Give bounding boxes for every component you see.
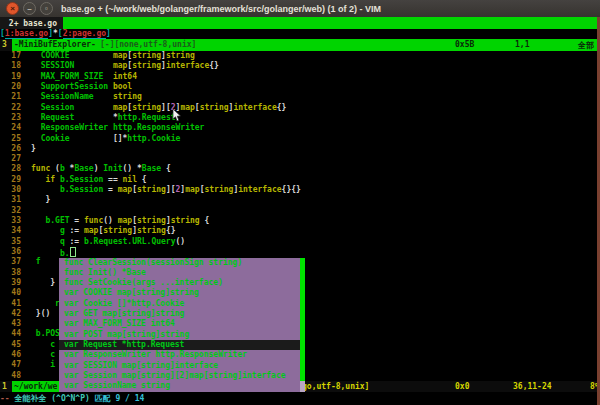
code-text: q := b.Request.URL.Query() xyxy=(31,237,185,247)
line-number: 18 xyxy=(0,61,21,71)
completion-item[interactable]: func ClearSession(sessionSign string) xyxy=(59,258,300,268)
statusline-filepath: ~/work/we xyxy=(14,382,57,391)
completion-item[interactable]: var SessionName string xyxy=(59,381,300,391)
code-line[interactable]: 18 SESSION map[string]interface{} xyxy=(0,61,600,71)
buffer-number: 1 xyxy=(2,382,7,391)
code-line[interactable]: 29 if b.Session == nil { xyxy=(0,175,600,185)
line-number: 30 xyxy=(0,185,21,195)
buffer-number: 3 xyxy=(2,40,7,49)
line-number: 46 xyxy=(0,350,21,360)
line-number: 43 xyxy=(0,319,21,329)
message-line: -- 全能补全 (^O^N^P) 匹配 9 / 14 xyxy=(0,393,600,405)
statusline-hex: 0x0 xyxy=(455,382,469,391)
code-line[interactable]: 19 MAX_FORM_SIZE int64 xyxy=(0,72,600,82)
code-line[interactable]: 25 Cookie []*http.Cookie xyxy=(0,134,600,144)
line-number: 34 xyxy=(0,226,21,236)
line-number: 33 xyxy=(0,216,21,226)
code-text: f xyxy=(31,257,41,267)
mode-dashes: -- xyxy=(0,394,14,403)
code-line[interactable]: 35 q := b.Request.URL.Query() xyxy=(0,237,600,247)
mouse-pointer-icon xyxy=(172,108,181,122)
popup-scrollbar-thumb[interactable] xyxy=(300,258,305,382)
line-number: 48 xyxy=(0,371,21,381)
line-number: 25 xyxy=(0,134,21,144)
buffer-tab-base[interactable]: [1:base.go]* xyxy=(0,29,58,39)
code-line[interactable]: 26} xyxy=(0,144,600,154)
line-number: 31 xyxy=(0,195,21,205)
code-text: }() xyxy=(31,309,50,319)
code-line[interactable]: 32 xyxy=(0,206,600,216)
code-text: } xyxy=(31,278,55,288)
code-line[interactable]: 20 SupportSession bool xyxy=(0,82,600,92)
code-text: r xyxy=(31,299,60,309)
line-number: 23 xyxy=(0,113,21,123)
code-line[interactable]: 31 } xyxy=(0,195,600,205)
code-text: Session map[string][2]map[string]interfa… xyxy=(31,103,286,113)
minimize-button[interactable]: – xyxy=(23,2,36,15)
line-number: 22 xyxy=(0,103,21,113)
window-title: base.go + (~/work/web/golanger/framework… xyxy=(61,4,381,14)
line-number: 21 xyxy=(0,92,21,102)
popup-scrollbar[interactable] xyxy=(300,258,305,392)
code-line[interactable]: 23 Request *http.Request xyxy=(0,113,600,123)
text-cursor xyxy=(70,247,77,257)
code-text: } xyxy=(31,144,36,154)
code-line[interactable]: 21 SessionName string xyxy=(0,92,600,102)
code-line[interactable]: 30 b.Session = map[string][2]map[string]… xyxy=(0,185,600,195)
completion-item[interactable]: var ResponseWriter http.ResponseWriter xyxy=(59,350,300,360)
completion-item[interactable]: func SetCookie(args ...interface) xyxy=(59,278,300,288)
code-text: Request *http.Request xyxy=(31,113,176,123)
code-text: COOKIE map[string]string xyxy=(31,51,195,61)
buffer-tab-page[interactable]: [2:page.go] xyxy=(58,29,111,39)
code-text: MAX_FORM_SIZE int64 xyxy=(31,72,137,82)
line-number: 35 xyxy=(0,237,21,247)
statusline-hex: 0x5B xyxy=(455,40,474,49)
statusline-flags: [-][none,utf-8,unix] xyxy=(100,40,196,49)
statusline-filename: -MiniBufExplorer- xyxy=(14,40,96,49)
completion-item-selected[interactable]: var Request *http.Request xyxy=(59,340,300,350)
completion-item[interactable]: var MAX_FORM_SIZE int64 xyxy=(59,319,300,329)
code-text: Cookie []*http.Cookie xyxy=(31,134,180,144)
completion-item[interactable]: var GET map[string]string xyxy=(59,309,300,319)
line-number: 39 xyxy=(0,278,21,288)
code-text: i xyxy=(31,360,55,370)
completion-item[interactable]: var SESSION map[string]interface xyxy=(59,361,300,371)
code-line[interactable]: 36 b. xyxy=(0,247,600,257)
completion-item[interactable]: var Session map[string][2]map[string]int… xyxy=(59,371,300,381)
line-number: 44 xyxy=(0,329,21,339)
code-line[interactable]: 24 ResponseWriter http.ResponseWriter xyxy=(0,123,600,133)
line-number: 38 xyxy=(0,268,21,278)
code-text: SESSION map[string]interface{} xyxy=(31,61,219,71)
line-number: 17 xyxy=(0,51,21,61)
close-button[interactable]: × xyxy=(6,2,19,15)
statusline-percent: 全部 xyxy=(578,40,594,51)
line-number: 20 xyxy=(0,82,21,92)
code-line[interactable]: 33 b.GET = func() map[string]string { xyxy=(0,216,600,226)
maximize-button[interactable]: ▫ xyxy=(40,2,53,15)
code-text: b.GET = func() map[string]string { xyxy=(31,216,209,226)
line-number: 37 xyxy=(0,257,21,267)
code-text: ResponseWriter http.ResponseWriter xyxy=(31,123,204,133)
code-text: b.POS xyxy=(31,329,60,339)
line-number: 26 xyxy=(0,144,21,154)
completion-item[interactable]: var POST map[string]string xyxy=(59,330,300,340)
line-number: 36 xyxy=(0,247,21,257)
code-line[interactable]: 17 COOKIE map[string]string xyxy=(0,51,600,61)
code-line[interactable]: 34 g := map[string]string{} xyxy=(0,226,600,236)
code-text: c xyxy=(31,340,55,350)
code-text: SessionName string xyxy=(31,92,142,102)
completion-item[interactable]: var COOKIE map[string]string xyxy=(59,288,300,298)
completion-item[interactable]: func Init() *Base xyxy=(59,268,300,278)
code-line[interactable]: 27 xyxy=(0,154,600,164)
statusline-minibufexplorer: 3 -MiniBufExplorer- [-][none,utf-8,unix]… xyxy=(0,39,600,51)
completion-item[interactable]: var Cookie []*http.Cookie xyxy=(59,299,300,309)
code-text: if b.Session == nil { xyxy=(31,175,147,185)
code-line[interactable]: 28func (b *Base) Init() *Base { xyxy=(0,164,600,174)
vim-tabline: 2+ base.go xyxy=(0,17,600,29)
line-number: 27 xyxy=(0,154,21,164)
code-line[interactable]: 22 Session map[string][2]map[string]inte… xyxy=(0,103,600,113)
tab-label[interactable]: 2+ base.go xyxy=(4,19,62,28)
line-number: 24 xyxy=(0,123,21,133)
line-number: 45 xyxy=(0,340,21,350)
code-text: } xyxy=(31,195,50,205)
